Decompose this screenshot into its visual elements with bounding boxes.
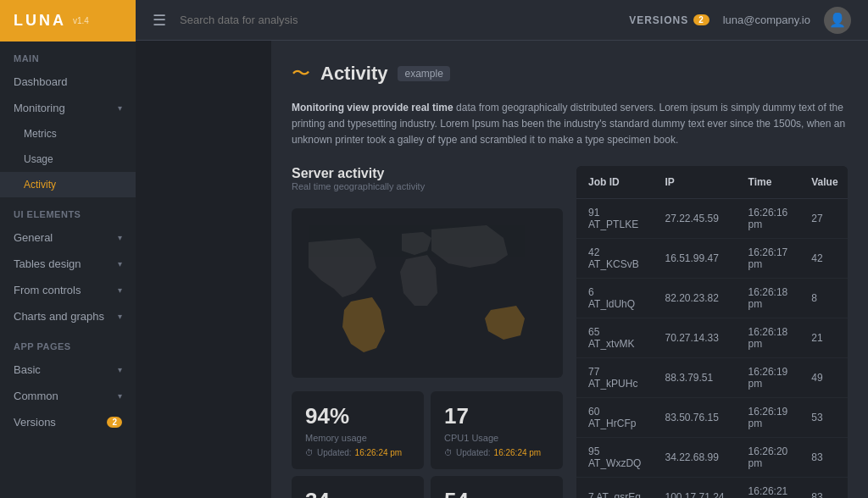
logo-text: LUNA	[14, 12, 66, 30]
sidebar-item-label: Tables design	[14, 257, 81, 270]
sidebar-item-charts-graphs[interactable]: Charts and graphs ▾	[0, 303, 136, 329]
stat-value: 34	[305, 488, 410, 498]
table-row: 77 AT_kPUHc 88.3.79.51 16:26:19 pm 49 88…	[576, 357, 848, 397]
cell-ip: 27.22.45.59	[653, 198, 736, 238]
stat-label: CPU1 Usage	[444, 433, 549, 443]
table-row: 7 AT_qsrEq 100.17.71.24 16:26:21 pm 83 7…	[576, 477, 848, 498]
cell-value: 8	[799, 278, 848, 318]
table-row: 60 AT_HrCFp 83.50.76.15 16:26:19 pm 53 8…	[576, 397, 848, 437]
cell-value: 83	[799, 437, 848, 477]
sidebar-item-label: Metrics	[24, 128, 57, 140]
stat-memory: 94% Memory usage ⏱ Updated: 16:26:24 pm	[292, 391, 424, 469]
server-activity-subtitle: Real time geographically activity	[292, 181, 563, 191]
sidebar-item-basic[interactable]: Basic ▾	[0, 357, 136, 383]
cell-time: 16:26:19 pm	[737, 397, 800, 437]
versions-button[interactable]: VERSIONS 2	[629, 14, 709, 26]
sidebar-item-activity[interactable]: Activity	[0, 172, 136, 197]
stat-cpu3: 54 CPU3 Usage ⏱ Updated: 16:26:24 pm	[431, 476, 563, 498]
stat-value: 17	[444, 403, 549, 429]
search-input[interactable]	[180, 14, 615, 26]
cell-ip: 34.22.68.99	[653, 437, 736, 477]
cell-value: 27	[799, 198, 848, 238]
left-panel: Server activity Real time geographically…	[292, 166, 563, 498]
col-time: Time	[737, 166, 800, 199]
page-header: 〜 Activity example	[292, 61, 848, 86]
sidebar-item-label: Dashboard	[14, 75, 68, 88]
activity-icon: 〜	[292, 61, 310, 86]
sidebar-item-label: Usage	[24, 153, 53, 165]
col-value: Value	[799, 166, 848, 199]
page-description: Monitoring view provide real time data f…	[292, 100, 848, 149]
sidebar-item-dashboard[interactable]: Dashboard	[0, 69, 136, 95]
topbar: ☰ VERSIONS 2 luna@company.io 👤	[136, 0, 868, 41]
table-row: 91 AT_PTLKE 27.22.45.59 16:26:16 pm 27 1…	[576, 198, 848, 238]
topbar-right: VERSIONS 2 luna@company.io 👤	[629, 7, 851, 34]
versions-badge: 2	[107, 417, 122, 428]
stat-value: 54	[444, 488, 549, 498]
stats-grid: 94% Memory usage ⏱ Updated: 16:26:24 pm …	[292, 391, 563, 498]
stat-cpu2: 34 CPU2 Usage ⏱ Updated: 16:26:24 pm	[292, 476, 424, 498]
chevron-down-icon: ▾	[118, 103, 122, 113]
cell-time: 16:26:19 pm	[737, 357, 800, 397]
sidebar-item-label: Activity	[24, 179, 56, 191]
activity-table: Job ID IP Time Value Usage 91 AT_PTLKE 2…	[576, 166, 848, 498]
sidebar-item-monitoring[interactable]: Monitoring ▾	[0, 95, 136, 121]
stat-updated: ⏱ Updated: 16:26:24 pm	[305, 448, 410, 457]
hamburger-icon[interactable]: ☰	[153, 11, 166, 30]
app-pages-section-label: App Pages	[0, 329, 136, 357]
cell-ip: 83.50.76.15	[653, 397, 736, 437]
cell-time: 16:26:17 pm	[737, 238, 800, 278]
cell-ip: 88.3.79.51	[653, 357, 736, 397]
cell-job-id: 77 AT_kPUHc	[576, 357, 653, 397]
cell-job-id: 6 AT_ldUhQ	[576, 278, 653, 318]
logo-area: LUNA v1.4	[0, 0, 136, 42]
cell-ip: 16.51.99.47	[653, 238, 736, 278]
sidebar-item-tables-design[interactable]: Tables design ▾	[0, 251, 136, 277]
main-content: 〜 Activity example Monitoring view provi…	[271, 41, 868, 498]
cell-time: 16:26:18 pm	[737, 318, 800, 357]
chevron-down-icon: ▾	[118, 391, 122, 401]
sidebar-item-common[interactable]: Common ▾	[0, 383, 136, 409]
cell-value: 49	[799, 357, 848, 397]
cell-value: 83	[799, 477, 848, 498]
sidebar-item-usage[interactable]: Usage	[0, 147, 136, 172]
world-map	[292, 208, 563, 378]
sidebar-item-label: General	[14, 231, 53, 244]
server-activity-title: Server activity	[292, 166, 563, 181]
sidebar-item-from-controls[interactable]: From controls ▾	[0, 277, 136, 303]
cell-ip: 82.20.23.82	[653, 278, 736, 318]
table-row: 42 AT_KCSvB 16.51.99.47 16:26:17 pm 42 2…	[576, 238, 848, 278]
server-activity-header: Server activity Real time geographically…	[292, 166, 563, 191]
stat-label: Memory usage	[305, 433, 410, 443]
table-row: 95 AT_WxzDQ 34.22.68.99 16:26:20 pm 83 2…	[576, 437, 848, 477]
table-row: 6 AT_ldUhQ 82.20.23.82 16:26:18 pm 8 86%…	[576, 278, 848, 318]
sidebar-item-label: Charts and graphs	[14, 310, 104, 323]
cell-value: 42	[799, 238, 848, 278]
cell-ip: 100.17.71.24	[653, 477, 736, 498]
sidebar-item-label: Common	[14, 390, 58, 402]
sidebar-item-general[interactable]: General ▾	[0, 224, 136, 251]
versions-count-badge: 2	[693, 14, 709, 25]
content-grid: Server activity Real time geographically…	[292, 166, 848, 498]
cell-time: 16:26:18 pm	[737, 278, 800, 318]
cell-job-id: 65 AT_xtvMK	[576, 318, 653, 357]
cell-ip: 70.27.14.33	[653, 318, 736, 357]
chevron-down-icon: ▾	[118, 365, 122, 374]
avatar: 👤	[824, 7, 851, 34]
activity-table-panel: Job ID IP Time Value Usage 91 AT_PTLKE 2…	[576, 166, 848, 498]
clock-icon: ⏱	[305, 448, 314, 457]
cell-value: 21	[799, 318, 848, 357]
chevron-down-icon: ▾	[118, 285, 122, 295]
ui-elements-section-label: UI Elements	[0, 197, 136, 224]
stat-value: 94%	[305, 403, 410, 429]
logo-version: v1.4	[73, 16, 89, 25]
chevron-down-icon: ▾	[118, 259, 122, 268]
sidebar-item-versions[interactable]: Versions 2	[0, 409, 136, 435]
cell-time: 16:26:16 pm	[737, 198, 800, 238]
chevron-down-icon: ▾	[118, 233, 122, 242]
stat-updated-time: 16:26:24 pm	[355, 448, 403, 457]
sidebar-item-metrics[interactable]: Metrics	[0, 121, 136, 147]
page-title: Activity	[320, 63, 387, 85]
sidebar: LUNA v1.4 Main Dashboard Monitoring ▾ Me…	[0, 0, 136, 498]
cell-value: 53	[799, 397, 848, 437]
